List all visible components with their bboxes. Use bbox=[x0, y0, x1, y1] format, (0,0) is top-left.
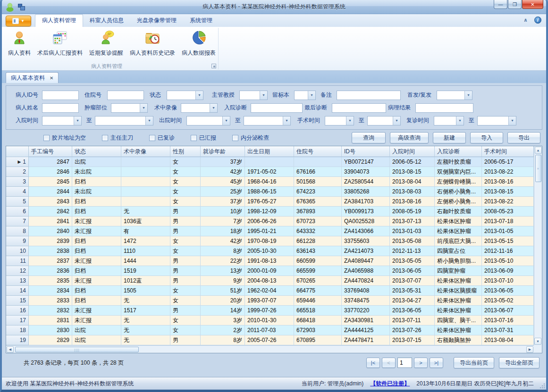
filter-input[interactable] bbox=[42, 103, 79, 113]
table-cell[interactable]: ZA3841703 bbox=[342, 197, 390, 207]
table-cell[interactable]: 33755603 bbox=[342, 236, 390, 246]
table-cell[interactable]: 14岁 bbox=[201, 306, 245, 316]
table-cell[interactable]: 676365 bbox=[294, 197, 342, 207]
table-cell[interactable]: 出院 bbox=[72, 157, 121, 167]
table-cell[interactable]: 1976-05-27 bbox=[245, 197, 294, 207]
table-cell[interactable]: 674223 bbox=[294, 187, 342, 197]
table-cell[interactable]: 37岁 bbox=[201, 157, 245, 167]
table-cell[interactable]: 2013-08-16 bbox=[482, 177, 534, 187]
table-cell[interactable]: 男 bbox=[170, 226, 201, 236]
table-cell[interactable] bbox=[245, 157, 294, 167]
table-cell[interactable]: 女 bbox=[170, 177, 201, 187]
table-cell[interactable]: 670723 bbox=[294, 217, 342, 226]
table-cell[interactable]: 2844 bbox=[29, 187, 72, 197]
table-cell[interactable]: 女 bbox=[170, 157, 201, 167]
table-cell[interactable]: ZA2580544 bbox=[342, 177, 390, 187]
table-cell[interactable]: 2008-05-19 bbox=[390, 207, 435, 217]
table-cell[interactable]: 双侧脑室内巨... bbox=[435, 167, 482, 177]
table-row[interactable]: ▶12847出院女37岁YB00721472006-05-12左额叶胶质瘤200… bbox=[6, 157, 534, 167]
table-cell[interactable]: 松果体区肿瘤 bbox=[435, 276, 482, 286]
table-cell[interactable]: 2840 bbox=[29, 226, 72, 236]
table-row[interactable]: 122836归档1519男13岁2000-01-09665599ZA406598… bbox=[6, 266, 534, 276]
table-cell[interactable]: 1519 bbox=[121, 266, 170, 276]
table-header-cell[interactable]: 手工编号 bbox=[29, 146, 72, 157]
table-cell[interactable]: 男 bbox=[170, 217, 201, 226]
query-button[interactable]: 查询 bbox=[352, 132, 386, 143]
vertical-scrollbar[interactable]: ▲ ≡ ▼ bbox=[534, 146, 542, 345]
ribbon-button[interactable]: 病人数据报表 bbox=[178, 29, 219, 61]
table-row[interactable]: 142834归档1505女51岁1962-02-0466477533769408… bbox=[6, 286, 534, 296]
chevron-down-icon[interactable]: ▼ bbox=[260, 91, 267, 100]
filter-checkbox[interactable]: 已汇报 bbox=[191, 134, 216, 142]
table-cell[interactable]: 松果体区肿瘤 bbox=[435, 306, 482, 316]
table-header-cell[interactable]: 入院时间 bbox=[390, 146, 435, 157]
table-cell[interactable]: ZA4214073 bbox=[342, 246, 390, 256]
table-cell[interactable]: 无 bbox=[121, 296, 170, 306]
ribbon-button[interactable]: 病人资料 bbox=[5, 29, 34, 61]
table-cell[interactable]: 四脑室、脑干... bbox=[435, 316, 482, 325]
filter-combo[interactable]: ▼ bbox=[239, 91, 268, 100]
table-header-cell[interactable] bbox=[6, 146, 29, 157]
table-cell[interactable]: 2013-08-16 bbox=[390, 197, 435, 207]
table-cell[interactable]: 501568 bbox=[294, 177, 342, 187]
table-cell[interactable]: 2837 bbox=[29, 256, 72, 266]
table-cell[interactable]: 男 bbox=[170, 335, 201, 345]
table-cell[interactable]: 2010-01-30 bbox=[245, 316, 294, 325]
table-cell[interactable]: 2006-05-12 bbox=[390, 157, 435, 167]
table-cell[interactable]: 归档 bbox=[72, 286, 121, 296]
filter-combo[interactable]: ▼ bbox=[294, 91, 316, 100]
table-cell[interactable]: 右额颞脑脓肿 bbox=[435, 335, 482, 345]
filter-combo[interactable]: ▼ bbox=[95, 116, 153, 125]
table-cell[interactable]: 2013-06-07 bbox=[482, 306, 534, 316]
table-cell[interactable]: 2013-07-31 bbox=[482, 325, 534, 335]
filter-combo[interactable]: ▼ bbox=[437, 91, 472, 100]
chevron-down-icon[interactable]: ▼ bbox=[456, 117, 464, 125]
table-cell[interactable] bbox=[121, 187, 170, 197]
table-cell[interactable]: 2841 bbox=[29, 217, 72, 226]
filter-combo[interactable]: ▼ bbox=[367, 116, 401, 125]
table-cell[interactable]: 无 bbox=[121, 325, 170, 335]
table-cell[interactable]: 664775 bbox=[294, 286, 342, 296]
table-cell[interactable]: 2013-08-15 bbox=[390, 167, 435, 177]
filter-combo[interactable]: ▼ bbox=[111, 103, 148, 113]
table-cell[interactable]: 女 bbox=[170, 236, 201, 246]
table-cell[interactable]: 2013-07-07 bbox=[390, 276, 435, 286]
table-header-cell[interactable]: 性别 bbox=[170, 146, 201, 157]
new-button[interactable]: 新建 bbox=[433, 132, 466, 143]
table-cell[interactable]: 33769408 bbox=[342, 286, 390, 296]
table-cell[interactable]: 1505 bbox=[121, 286, 170, 296]
table-row[interactable]: 82840未汇报有男18岁1995-01-21643332ZA414306620… bbox=[6, 226, 534, 236]
table-cell[interactable]: 1968-04-16 bbox=[245, 177, 294, 187]
table-cell[interactable] bbox=[121, 167, 170, 177]
table-cell[interactable]: 670265 bbox=[294, 276, 342, 286]
filter-input[interactable] bbox=[415, 103, 473, 113]
filter-combo[interactable]: ▼ bbox=[434, 116, 464, 125]
filter-combo[interactable]: ▼ bbox=[42, 116, 82, 125]
table-cell[interactable]: 672903 bbox=[294, 325, 342, 335]
table-cell[interactable]: 2013-05-08 bbox=[390, 236, 435, 246]
table-cell[interactable]: 归档 bbox=[72, 296, 121, 306]
table-cell[interactable]: 2013-06-05 bbox=[390, 266, 435, 276]
export-current-page-button[interactable]: 导出当前页 bbox=[454, 357, 494, 368]
table-cell[interactable]: 男 bbox=[170, 256, 201, 266]
table-cell[interactable]: ZA4143066 bbox=[342, 226, 390, 236]
table-cell[interactable]: 2013-07-10 bbox=[482, 276, 534, 286]
table-cell[interactable]: 1444 bbox=[121, 256, 170, 266]
table-cell[interactable]: 2008-05-23 bbox=[482, 207, 534, 217]
table-cell[interactable]: 2831 bbox=[29, 316, 72, 325]
table-cell[interactable]: 女 bbox=[170, 325, 201, 335]
table-cell[interactable]: 2012-11-16 bbox=[482, 246, 534, 256]
export-all-pages-button[interactable]: 导出全部页 bbox=[499, 357, 540, 368]
table-cell[interactable]: 女 bbox=[170, 187, 201, 197]
table-cell[interactable]: 女 bbox=[170, 296, 201, 306]
table-cell[interactable]: 2843 bbox=[29, 197, 72, 207]
table-cell[interactable]: 1036蓝 bbox=[121, 217, 170, 226]
checkbox-icon[interactable] bbox=[232, 135, 238, 141]
table-cell[interactable]: 归档 bbox=[72, 236, 121, 246]
table-cell[interactable]: 1962-02-04 bbox=[245, 286, 294, 296]
table-cell[interactable]: 1970-08-19 bbox=[245, 236, 294, 246]
table-cell[interactable]: 2013-07-26 bbox=[390, 325, 435, 335]
table-cell[interactable]: 45岁 bbox=[201, 177, 245, 187]
scroll-right-icon[interactable]: ▶ bbox=[526, 346, 533, 353]
filter-combo[interactable]: ▼ bbox=[244, 116, 291, 125]
